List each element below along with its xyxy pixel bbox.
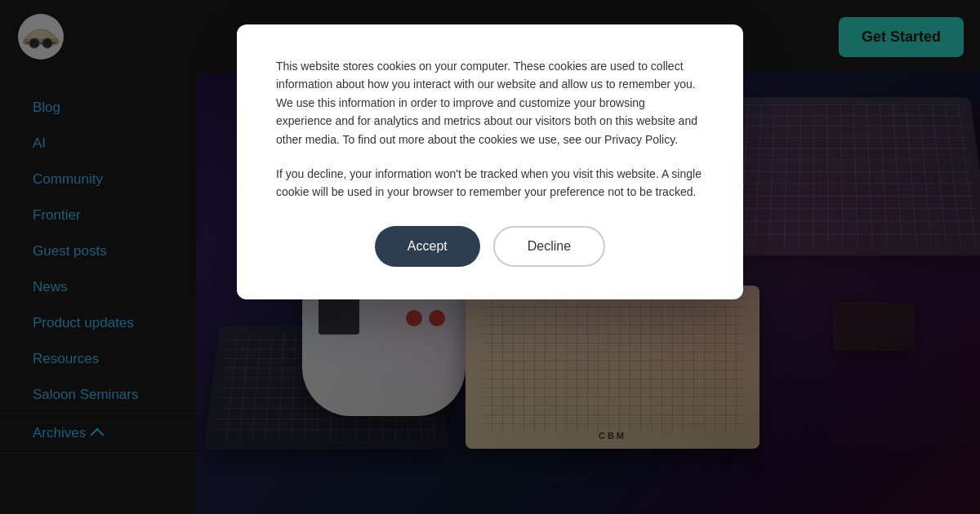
- cookie-buttons: Accept Decline: [276, 226, 704, 267]
- cookie-paragraph-2: If you decline, your information won't b…: [276, 165, 704, 202]
- cookie-paragraph-1: This website stores cookies on your comp…: [276, 57, 704, 148]
- accept-button[interactable]: Accept: [375, 226, 480, 267]
- cookie-modal: This website stores cookies on your comp…: [237, 24, 743, 299]
- modal-overlay: This website stores cookies on your comp…: [0, 0, 980, 514]
- decline-button[interactable]: Decline: [493, 226, 605, 267]
